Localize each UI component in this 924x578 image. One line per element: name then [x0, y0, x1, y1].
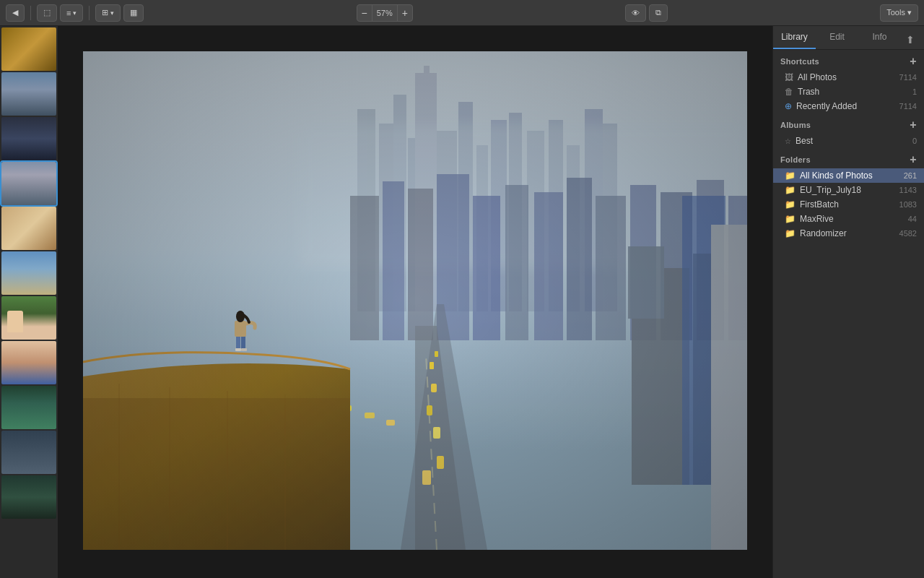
- first-batch-label: FirstBatch: [800, 199, 895, 210]
- tab-info[interactable]: Info: [858, 26, 901, 49]
- album-best[interactable]: ☆ Best 0: [773, 134, 924, 148]
- layout-button[interactable]: ⬚: [37, 4, 57, 22]
- recently-added-label: Recently Added: [796, 101, 895, 111]
- thumbnail-latte[interactable]: [1, 207, 56, 250]
- zoom-out-button[interactable]: −: [357, 5, 372, 21]
- main-area: Library Edit Info ⬆ Shortcuts + 🖼 All Ph…: [0, 26, 924, 578]
- eu-trip-count: 1143: [899, 186, 917, 194]
- best-count: 0: [912, 137, 917, 145]
- panel-tabs: Library Edit Info ⬆: [773, 26, 924, 50]
- eu-trip-label: EU_Trip_July18: [800, 185, 895, 195]
- folder-all-kinds[interactable]: 📁 All Kinds of Photos 261: [773, 168, 924, 183]
- thumbnail-strip: [0, 26, 58, 578]
- city-photo-svg: [83, 51, 747, 550]
- zoom-value: 57%: [372, 5, 398, 21]
- view-list-button[interactable]: ≡ ▾: [60, 4, 83, 22]
- panel-content: Shortcuts + 🖼 All Photos 7114 🗑 Trash 1 …: [773, 50, 924, 578]
- thumbnail-forest[interactable]: [1, 475, 56, 519]
- chevron-down-icon-2: ▾: [110, 9, 114, 17]
- all-kinds-count: 261: [904, 171, 917, 180]
- right-panel: Library Edit Info ⬆ Shortcuts + 🖼 All Ph…: [772, 26, 924, 578]
- randomizer-folder-icon: 📁: [785, 228, 796, 238]
- folders-section-header: Folders +: [773, 148, 924, 168]
- compare-button[interactable]: ⧉: [649, 4, 668, 22]
- thumbnail-city-active[interactable]: [1, 162, 56, 205]
- all-kinds-folder-icon: 📁: [785, 171, 796, 181]
- toolbar: ◀ ⬚ ≡ ▾ ⊞ ▾ ▦ − 57% + 👁 ⧉ Tools ▾: [0, 0, 924, 26]
- folder-maxrive[interactable]: 📁 MaxRive 44: [773, 212, 924, 226]
- best-icon: ☆: [785, 137, 791, 145]
- back-button[interactable]: ◀: [6, 4, 25, 22]
- zoom-in-button[interactable]: +: [398, 5, 412, 21]
- shortcuts-label: Shortcuts: [780, 57, 819, 66]
- list-icon: ≡: [66, 9, 71, 17]
- folder-randomizer[interactable]: 📁 Randomizer 4582: [773, 226, 924, 241]
- tools-label: Tools ▾: [886, 8, 912, 17]
- trash-count: 1: [912, 87, 917, 96]
- metadata-button[interactable]: ▦: [123, 4, 144, 22]
- tools-button[interactable]: Tools ▾: [880, 4, 918, 22]
- grid-icon: ⊞: [102, 8, 108, 17]
- maxrive-count: 44: [908, 215, 917, 223]
- thumbnail-coffee[interactable]: [1, 27, 56, 71]
- shortcuts-section-header: Shortcuts +: [773, 50, 924, 70]
- back-icon: ◀: [12, 8, 18, 17]
- tab-library[interactable]: Library: [773, 26, 816, 49]
- recently-added-count: 7114: [899, 102, 917, 111]
- shortcuts-add-button[interactable]: +: [910, 56, 917, 67]
- folders-add-button[interactable]: +: [910, 154, 917, 165]
- view-mode-button[interactable]: ⊞ ▾: [95, 4, 121, 22]
- eu-trip-folder-icon: 📁: [785, 185, 796, 195]
- svg-rect-58: [83, 51, 747, 550]
- folder-eu-trip[interactable]: 📁 EU_Trip_July18 1143: [773, 183, 924, 197]
- thumbnail-aurora[interactable]: [1, 386, 56, 429]
- thumbnail-mountain[interactable]: [1, 72, 56, 116]
- all-photos-label: All Photos: [798, 72, 895, 82]
- shortcut-trash[interactable]: 🗑 Trash 1: [773, 85, 924, 99]
- export-icon: ⬆: [906, 34, 915, 46]
- export-button[interactable]: ⬆: [901, 30, 920, 49]
- randomizer-count: 4582: [899, 229, 917, 238]
- all-photos-icon: 🖼: [785, 72, 793, 82]
- maxrive-folder-icon: 📁: [785, 214, 796, 224]
- albums-section-header: Albums +: [773, 113, 924, 134]
- thumbnail-landscape[interactable]: [1, 431, 56, 474]
- toolbar-separator-1: [30, 6, 31, 20]
- tab-edit[interactable]: Edit: [816, 26, 858, 49]
- folders-label: Folders: [780, 155, 811, 164]
- all-photos-count: 7114: [899, 73, 917, 82]
- albums-add-button[interactable]: +: [910, 119, 917, 131]
- metadata-icon: ▦: [130, 8, 137, 17]
- main-photo-container: [83, 51, 747, 553]
- photo-view[interactable]: [58, 26, 772, 578]
- thumbnail-woman[interactable]: [1, 341, 56, 384]
- all-kinds-label: All Kinds of Photos: [800, 171, 899, 181]
- eye-icon: 👁: [632, 9, 640, 17]
- randomizer-label: Randomizer: [800, 228, 895, 238]
- recently-added-icon: ⊕: [785, 101, 792, 111]
- thumbnail-beach[interactable]: [1, 251, 56, 295]
- zoom-control: − 57% +: [357, 4, 413, 22]
- albums-label: Albums: [780, 121, 811, 129]
- shortcut-recently-added[interactable]: ⊕ Recently Added 7114: [773, 99, 924, 113]
- layout-icon: ⬚: [43, 8, 51, 17]
- trash-icon: 🗑: [785, 87, 793, 97]
- plus-icon: +: [402, 7, 408, 19]
- first-batch-count: 1083: [899, 200, 917, 209]
- first-batch-folder-icon: 📁: [785, 199, 796, 210]
- toolbar-separator-2: [89, 6, 90, 20]
- thumbnail-portrait[interactable]: [1, 296, 56, 340]
- compare-icon: ⧉: [655, 8, 661, 17]
- trash-label: Trash: [798, 87, 908, 97]
- view-eye-button[interactable]: 👁: [625, 4, 646, 22]
- maxrive-label: MaxRive: [800, 214, 904, 224]
- thumbnail-dark-mountain[interactable]: [1, 117, 56, 160]
- chevron-down-icon: ▾: [73, 9, 77, 17]
- minus-icon: −: [362, 7, 367, 19]
- shortcut-all-photos[interactable]: 🖼 All Photos 7114: [773, 70, 924, 85]
- best-label: Best: [796, 136, 908, 146]
- folder-first-batch[interactable]: 📁 FirstBatch 1083: [773, 197, 924, 212]
